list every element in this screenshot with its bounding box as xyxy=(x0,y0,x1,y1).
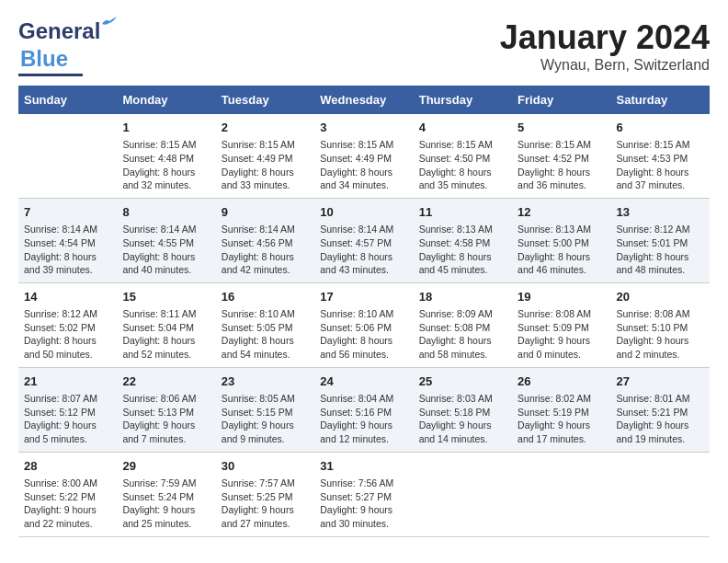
day-number: 6 xyxy=(617,120,704,136)
day-info: Sunrise: 7:57 AMSunset: 5:25 PMDaylight:… xyxy=(222,477,309,531)
day-cell: 17Sunrise: 8:10 AMSunset: 5:06 PMDayligh… xyxy=(314,282,413,367)
day-info: Sunrise: 8:05 AMSunset: 5:15 PMDaylight:… xyxy=(222,392,309,446)
day-info: Sunrise: 8:04 AMSunset: 5:16 PMDaylight:… xyxy=(320,392,407,446)
day-info: Sunrise: 8:13 AMSunset: 4:58 PMDaylight:… xyxy=(419,223,506,277)
title-area: January 2024 Wynau, Bern, Switzerland xyxy=(500,18,710,74)
day-cell: 24Sunrise: 8:04 AMSunset: 5:16 PMDayligh… xyxy=(314,367,413,452)
day-cell: 2Sunrise: 8:15 AMSunset: 4:49 PMDaylight… xyxy=(216,114,314,198)
day-info: Sunrise: 8:14 AMSunset: 4:54 PMDaylight:… xyxy=(24,223,111,277)
day-info: Sunrise: 8:15 AMSunset: 4:53 PMDaylight:… xyxy=(617,138,704,192)
day-cell: 26Sunrise: 8:02 AMSunset: 5:19 PMDayligh… xyxy=(512,367,610,452)
day-info: Sunrise: 8:07 AMSunset: 5:12 PMDaylight:… xyxy=(24,392,111,446)
day-info: Sunrise: 8:06 AMSunset: 5:13 PMDaylight:… xyxy=(122,392,210,446)
day-info: Sunrise: 8:15 AMSunset: 4:52 PMDaylight:… xyxy=(518,138,605,192)
weekday-header-monday: Monday xyxy=(117,86,215,114)
day-info: Sunrise: 8:08 AMSunset: 5:09 PMDaylight:… xyxy=(518,307,605,362)
day-cell: 29Sunrise: 7:59 AMSunset: 5:24 PMDayligh… xyxy=(117,452,215,536)
day-number: 1 xyxy=(122,120,210,136)
weekday-header-friday: Friday xyxy=(512,86,610,114)
day-number: 11 xyxy=(419,204,506,221)
day-cell: 23Sunrise: 8:05 AMSunset: 5:15 PMDayligh… xyxy=(216,367,314,452)
day-cell: 27Sunrise: 8:01 AMSunset: 5:21 PMDayligh… xyxy=(611,367,710,452)
day-info: Sunrise: 8:00 AMSunset: 5:22 PMDaylight:… xyxy=(24,477,111,531)
day-number: 5 xyxy=(518,120,605,136)
logo-underline xyxy=(18,74,83,76)
day-number: 21 xyxy=(24,373,111,390)
day-number: 20 xyxy=(617,289,704,305)
day-cell: 30Sunrise: 7:57 AMSunset: 5:25 PMDayligh… xyxy=(216,452,314,536)
day-number: 17 xyxy=(320,289,407,305)
day-number: 15 xyxy=(122,289,210,305)
day-number: 29 xyxy=(122,458,210,475)
day-cell xyxy=(18,114,117,198)
logo-text: General xyxy=(18,18,100,43)
week-row-4: 21Sunrise: 8:07 AMSunset: 5:12 PMDayligh… xyxy=(18,367,710,452)
day-info: Sunrise: 8:08 AMSunset: 5:10 PMDaylight:… xyxy=(617,307,704,362)
day-info: Sunrise: 8:10 AMSunset: 5:06 PMDaylight:… xyxy=(320,307,407,362)
day-number: 28 xyxy=(24,458,111,475)
day-number: 12 xyxy=(518,204,605,221)
day-number: 10 xyxy=(320,204,407,221)
day-number: 19 xyxy=(518,289,605,305)
day-number: 18 xyxy=(419,289,506,305)
day-cell: 5Sunrise: 8:15 AMSunset: 4:52 PMDaylight… xyxy=(512,114,610,198)
day-cell: 10Sunrise: 8:14 AMSunset: 4:57 PMDayligh… xyxy=(314,198,413,282)
day-cell xyxy=(414,452,512,536)
day-number: 26 xyxy=(518,373,605,390)
day-cell: 11Sunrise: 8:13 AMSunset: 4:58 PMDayligh… xyxy=(414,198,512,282)
day-info: Sunrise: 8:01 AMSunset: 5:21 PMDaylight:… xyxy=(617,392,704,446)
day-number: 23 xyxy=(222,373,309,390)
week-row-5: 28Sunrise: 8:00 AMSunset: 5:22 PMDayligh… xyxy=(18,452,710,536)
day-cell: 15Sunrise: 8:11 AMSunset: 5:04 PMDayligh… xyxy=(117,282,215,367)
day-info: Sunrise: 8:13 AMSunset: 5:00 PMDaylight:… xyxy=(518,223,605,277)
weekday-header-tuesday: Tuesday xyxy=(216,86,314,114)
day-info: Sunrise: 7:59 AMSunset: 5:24 PMDaylight:… xyxy=(122,477,210,531)
day-cell: 14Sunrise: 8:12 AMSunset: 5:02 PMDayligh… xyxy=(18,282,117,367)
day-number: 16 xyxy=(222,289,309,305)
day-info: Sunrise: 7:56 AMSunset: 5:27 PMDaylight:… xyxy=(320,477,407,531)
day-number: 3 xyxy=(320,120,407,136)
day-cell: 21Sunrise: 8:07 AMSunset: 5:12 PMDayligh… xyxy=(18,367,117,452)
day-number: 9 xyxy=(222,204,309,221)
day-cell: 16Sunrise: 8:10 AMSunset: 5:05 PMDayligh… xyxy=(216,282,314,367)
day-cell: 22Sunrise: 8:06 AMSunset: 5:13 PMDayligh… xyxy=(117,367,215,452)
day-cell xyxy=(512,452,610,536)
day-info: Sunrise: 8:10 AMSunset: 5:05 PMDaylight:… xyxy=(222,307,309,362)
weekday-header-wednesday: Wednesday xyxy=(314,86,413,114)
page-header: General Blue January 2024 Wynau, Bern, S… xyxy=(18,18,710,76)
day-number: 4 xyxy=(419,120,506,136)
day-info: Sunrise: 8:12 AMSunset: 5:01 PMDaylight:… xyxy=(617,223,704,277)
day-info: Sunrise: 8:14 AMSunset: 4:57 PMDaylight:… xyxy=(320,223,407,277)
month-title: January 2024 xyxy=(500,18,710,57)
day-cell: 4Sunrise: 8:15 AMSunset: 4:50 PMDaylight… xyxy=(414,114,512,198)
day-number: 27 xyxy=(617,373,704,390)
day-cell: 18Sunrise: 8:09 AMSunset: 5:08 PMDayligh… xyxy=(414,282,512,367)
logo: General Blue xyxy=(18,18,100,76)
day-cell: 9Sunrise: 8:14 AMSunset: 4:56 PMDaylight… xyxy=(216,198,314,282)
weekday-header-row: SundayMondayTuesdayWednesdayThursdayFrid… xyxy=(18,86,710,114)
day-info: Sunrise: 8:14 AMSunset: 4:56 PMDaylight:… xyxy=(222,223,309,277)
day-number: 22 xyxy=(122,373,210,390)
day-cell: 20Sunrise: 8:08 AMSunset: 5:10 PMDayligh… xyxy=(611,282,710,367)
day-cell: 12Sunrise: 8:13 AMSunset: 5:00 PMDayligh… xyxy=(512,198,610,282)
day-info: Sunrise: 8:15 AMSunset: 4:49 PMDaylight:… xyxy=(320,138,407,192)
day-info: Sunrise: 8:15 AMSunset: 4:48 PMDaylight:… xyxy=(122,138,210,192)
day-info: Sunrise: 8:11 AMSunset: 5:04 PMDaylight:… xyxy=(122,307,210,362)
day-cell xyxy=(611,452,710,536)
day-cell: 19Sunrise: 8:08 AMSunset: 5:09 PMDayligh… xyxy=(512,282,610,367)
day-info: Sunrise: 8:09 AMSunset: 5:08 PMDaylight:… xyxy=(419,307,506,362)
day-number: 31 xyxy=(320,458,407,475)
day-cell: 3Sunrise: 8:15 AMSunset: 4:49 PMDaylight… xyxy=(314,114,413,198)
logo-bird-icon xyxy=(102,17,117,31)
day-info: Sunrise: 8:15 AMSunset: 4:50 PMDaylight:… xyxy=(419,138,506,192)
week-row-3: 14Sunrise: 8:12 AMSunset: 5:02 PMDayligh… xyxy=(18,282,710,367)
day-number: 13 xyxy=(617,204,704,221)
day-number: 25 xyxy=(419,373,506,390)
day-info: Sunrise: 8:02 AMSunset: 5:19 PMDaylight:… xyxy=(518,392,605,446)
day-cell: 6Sunrise: 8:15 AMSunset: 4:53 PMDaylight… xyxy=(611,114,710,198)
day-cell: 31Sunrise: 7:56 AMSunset: 5:27 PMDayligh… xyxy=(314,452,413,536)
day-cell: 25Sunrise: 8:03 AMSunset: 5:18 PMDayligh… xyxy=(414,367,512,452)
weekday-header-sunday: Sunday xyxy=(18,86,117,114)
day-number: 8 xyxy=(122,204,210,221)
day-info: Sunrise: 8:03 AMSunset: 5:18 PMDaylight:… xyxy=(419,392,506,446)
